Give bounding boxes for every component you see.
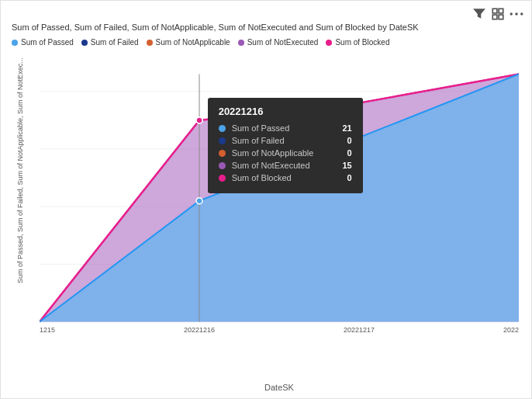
tooltip-row: Sum of NotApplicable 0 [219, 148, 352, 158]
legend-item: Sum of Failed [81, 38, 139, 47]
legend-item: Sum of Passed [12, 38, 74, 47]
svg-point-6 [520, 12, 523, 15]
tooltip-row: Sum of Passed 21 [219, 123, 352, 133]
y-axis-label: Sum of Passed, Sum of Failed, Sum of Not… [1, 54, 40, 358]
filter-icon[interactable] [472, 7, 486, 21]
svg-rect-3 [499, 15, 503, 19]
svg-point-4 [510, 12, 513, 15]
tooltip-date: 20221216 [219, 106, 352, 117]
chart-title: Sum of Passed, Sum of Failed, Sum of Not… [12, 23, 419, 32]
svg-rect-1 [499, 9, 503, 13]
legend-item: Sum of NotExecuted [238, 38, 319, 47]
expand-icon[interactable] [491, 7, 505, 21]
svg-point-5 [515, 12, 517, 15]
tooltip-row: Sum of Blocked 0 [219, 173, 352, 182]
legend: Sum of PassedSum of FailedSum of NotAppl… [12, 38, 389, 47]
svg-text:20221217: 20221217 [344, 326, 375, 334]
legend-item: Sum of Blocked [326, 38, 389, 47]
svg-text:20221216: 20221216 [184, 326, 215, 334]
more-icon[interactable] [510, 7, 523, 21]
tooltip-row: Sum of NotExecuted 15 [219, 161, 352, 170]
legend-item: Sum of NotApplicable [147, 38, 230, 47]
svg-rect-2 [492, 15, 497, 19]
x-axis-label: DateSK [40, 383, 519, 392]
toolbar [472, 7, 523, 21]
svg-text:20221215: 20221215 [40, 326, 55, 334]
chart-tooltip: 20221216 Sum of Passed 21 Sum of Failed … [208, 98, 363, 193]
svg-rect-0 [492, 9, 497, 13]
tooltip-row: Sum of Failed 0 [219, 136, 352, 145]
chart-container: Sum of Passed, Sum of Failed, Sum of Not… [0, 0, 532, 399]
svg-point-24 [196, 198, 202, 204]
svg-text:20221218: 20221218 [503, 326, 519, 334]
svg-point-26 [196, 117, 202, 123]
